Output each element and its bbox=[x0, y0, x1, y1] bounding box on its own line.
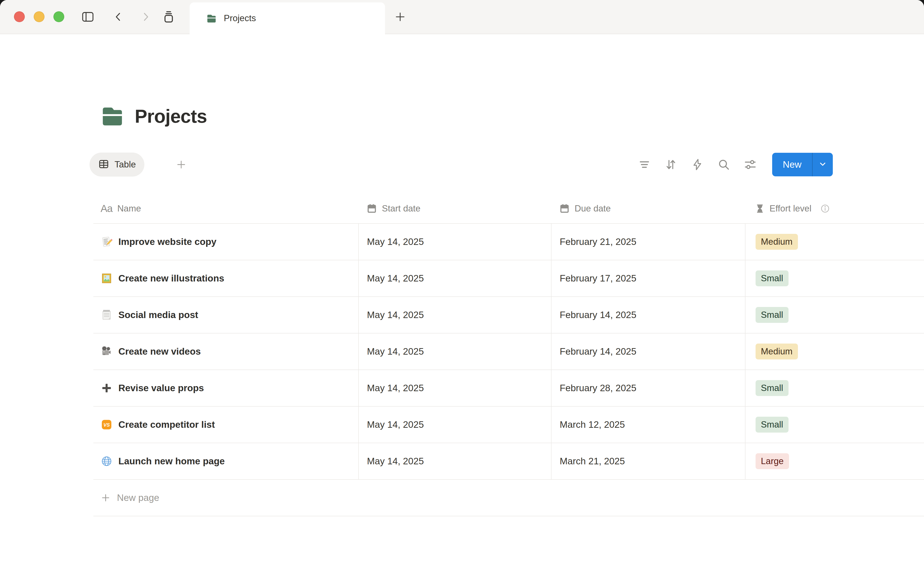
table-row[interactable]: Improve website copy May 14, 2025 Februa… bbox=[94, 224, 924, 260]
page-name: Create new illustrations bbox=[118, 273, 224, 284]
cell-due-date[interactable]: February 21, 2025 bbox=[551, 224, 745, 260]
effort-badge: Small bbox=[756, 380, 789, 396]
cell-name[interactable]: Social media post bbox=[94, 297, 358, 333]
cell-name[interactable]: Improve website copy bbox=[94, 224, 358, 260]
forward-icon[interactable] bbox=[138, 0, 153, 34]
green-folder-icon bbox=[205, 12, 218, 24]
filter-icon[interactable] bbox=[638, 158, 651, 171]
cell-effort-level[interactable]: Medium bbox=[745, 334, 924, 370]
cell-start-date[interactable]: May 14, 2025 bbox=[358, 370, 551, 406]
view-tab-table[interactable]: Table bbox=[89, 152, 144, 176]
column-header-effort-level[interactable]: Effort level bbox=[745, 194, 924, 223]
calendar-icon bbox=[367, 203, 377, 214]
zoom-window-button[interactable] bbox=[53, 11, 64, 22]
table-row[interactable]: Revise value props May 14, 2025 February… bbox=[94, 370, 924, 407]
table-row[interactable]: Social media post May 14, 2025 February … bbox=[94, 297, 924, 334]
column-label: Name bbox=[117, 203, 141, 214]
column-label: Effort level bbox=[770, 203, 811, 214]
search-icon[interactable] bbox=[717, 158, 730, 171]
page-header: Projects bbox=[100, 103, 207, 129]
new-tab-icon[interactable] bbox=[392, 0, 409, 34]
table-row[interactable]: Create new videos May 14, 2025 February … bbox=[94, 334, 924, 370]
info-icon[interactable] bbox=[820, 203, 830, 214]
table-header-row: Aa Name Start date bbox=[94, 194, 924, 223]
cell-due-date[interactable]: February 17, 2025 bbox=[551, 260, 745, 296]
new-button-group: New bbox=[772, 153, 833, 176]
tab-bar: Projects bbox=[0, 0, 924, 34]
column-header-name[interactable]: Aa Name bbox=[94, 194, 358, 223]
spiral-notepad-icon bbox=[101, 309, 113, 321]
cell-effort-level[interactable]: Small bbox=[745, 260, 924, 296]
lightning-icon[interactable] bbox=[691, 158, 704, 171]
cell-name[interactable]: Launch new home page bbox=[94, 443, 358, 479]
cell-due-date[interactable]: March 12, 2025 bbox=[551, 407, 745, 443]
cell-effort-level[interactable]: Small bbox=[745, 297, 924, 333]
sliders-icon[interactable] bbox=[744, 158, 757, 171]
cell-due-date[interactable]: March 21, 2025 bbox=[551, 443, 745, 479]
due-date-value: February 14, 2025 bbox=[560, 310, 637, 320]
vs-badge-icon: VS bbox=[101, 419, 113, 430]
table-row[interactable]: Launch new home page May 14, 2025 March … bbox=[94, 443, 924, 480]
close-window-button[interactable] bbox=[14, 11, 25, 22]
cell-effort-level[interactable]: Large bbox=[745, 443, 924, 479]
cell-effort-level[interactable]: Small bbox=[745, 370, 924, 406]
cell-effort-level[interactable]: Small bbox=[745, 407, 924, 443]
cell-name[interactable]: Revise value props bbox=[94, 370, 358, 406]
cell-start-date[interactable]: May 14, 2025 bbox=[358, 443, 551, 479]
column-header-start-date[interactable]: Start date bbox=[358, 194, 551, 223]
memo-icon bbox=[101, 236, 113, 248]
effort-badge: Small bbox=[756, 307, 789, 323]
sort-icon[interactable] bbox=[664, 158, 677, 171]
back-icon[interactable] bbox=[111, 0, 125, 34]
effort-badge: Large bbox=[756, 453, 789, 469]
hourglass-icon bbox=[755, 204, 765, 213]
page-name: Create competitor list bbox=[118, 419, 215, 430]
chevron-down-icon bbox=[818, 159, 827, 170]
movie-camera-icon bbox=[101, 345, 113, 357]
cell-due-date[interactable]: February 14, 2025 bbox=[551, 297, 745, 333]
calendar-icon bbox=[559, 203, 570, 214]
table-row[interactable]: Create new illustrations May 14, 2025 Fe… bbox=[94, 260, 924, 297]
column-header-due-date[interactable]: Due date bbox=[551, 194, 745, 223]
database-actions: New bbox=[624, 152, 833, 176]
table-view-icon bbox=[98, 159, 109, 171]
table-row[interactable]: VS Create competitor list May 14, 2025 M… bbox=[94, 407, 924, 443]
new-button-dropdown[interactable] bbox=[813, 153, 833, 176]
start-date-value: May 14, 2025 bbox=[367, 273, 424, 284]
due-date-value: February 17, 2025 bbox=[560, 273, 637, 284]
effort-badge: Medium bbox=[756, 234, 798, 250]
add-view-icon[interactable] bbox=[176, 152, 187, 176]
cell-start-date[interactable]: May 14, 2025 bbox=[358, 224, 551, 260]
plus-icon bbox=[101, 493, 111, 503]
page-name: Revise value props bbox=[118, 383, 204, 393]
text-icon: Aa bbox=[101, 203, 113, 214]
new-button-label: New bbox=[783, 159, 802, 170]
cell-start-date[interactable]: May 14, 2025 bbox=[358, 407, 551, 443]
new-page-row[interactable]: New page bbox=[94, 480, 924, 516]
new-button[interactable]: New bbox=[772, 153, 812, 176]
tab-projects[interactable]: Projects bbox=[190, 2, 385, 34]
page-green-folder-icon[interactable] bbox=[100, 103, 125, 129]
cell-due-date[interactable]: February 14, 2025 bbox=[551, 334, 745, 370]
new-page-label: New page bbox=[117, 492, 159, 503]
database-table: Aa Name Start date bbox=[94, 194, 924, 516]
cell-name[interactable]: Create new illustrations bbox=[94, 260, 358, 296]
cell-name[interactable]: VS Create competitor list bbox=[94, 407, 358, 443]
sidebar-toggle-icon[interactable] bbox=[79, 0, 96, 34]
cell-due-date[interactable]: February 28, 2025 bbox=[551, 370, 745, 406]
history-icon[interactable] bbox=[160, 0, 177, 34]
start-date-value: May 14, 2025 bbox=[367, 237, 424, 247]
views-toolbar: Table bbox=[89, 152, 924, 176]
page-name: Social media post bbox=[118, 310, 198, 320]
table-body: Improve website copy May 14, 2025 Februa… bbox=[94, 223, 924, 480]
page-title[interactable]: Projects bbox=[135, 105, 207, 127]
cell-name[interactable]: Create new videos bbox=[94, 334, 358, 370]
cell-effort-level[interactable]: Medium bbox=[745, 224, 924, 260]
cell-start-date[interactable]: May 14, 2025 bbox=[358, 297, 551, 333]
minimize-window-button[interactable] bbox=[34, 11, 44, 22]
cell-start-date[interactable]: May 14, 2025 bbox=[358, 260, 551, 296]
start-date-value: May 14, 2025 bbox=[367, 346, 424, 357]
effort-badge: Medium bbox=[756, 343, 798, 359]
cell-start-date[interactable]: May 14, 2025 bbox=[358, 334, 551, 370]
framed-picture-icon bbox=[101, 272, 113, 284]
